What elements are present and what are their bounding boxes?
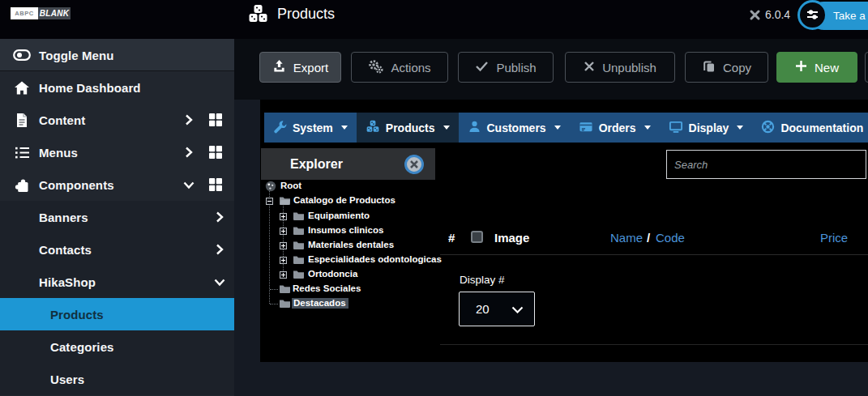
copy-icon	[702, 59, 716, 75]
toolbar: Export Actions Publish Unpublish Copy Ne…	[234, 39, 868, 100]
logo-abpc[interactable]: ABPC	[11, 7, 38, 19]
chevron-right-icon	[214, 233, 225, 266]
chevron-down-icon	[214, 266, 225, 298]
home-icon	[13, 71, 31, 104]
expand-plus-icon[interactable]	[280, 270, 287, 280]
copy-button[interactable]: Copy	[685, 52, 768, 83]
logo-blank[interactable]: BLANK	[38, 7, 71, 19]
products-cubes-icon	[247, 4, 269, 28]
folder-icon	[293, 211, 305, 223]
caret-down-icon	[554, 126, 561, 130]
sidebar-item-content[interactable]: Content	[0, 104, 234, 136]
caret-down-icon	[737, 126, 743, 130]
unpublish-button[interactable]: Unpublish	[565, 52, 675, 83]
hikashop-menubar: System Products Customers Orders	[264, 113, 868, 143]
display-count-label: Display #	[460, 274, 505, 286]
menu-documentation[interactable]: Documentation	[752, 113, 868, 143]
explorer-close-icon[interactable]	[404, 154, 425, 178]
menu-products[interactable]: Products	[357, 113, 459, 143]
joomla-icon	[749, 9, 761, 21]
monitor-icon	[669, 120, 683, 136]
export-button[interactable]: Export	[259, 52, 341, 83]
folder-icon	[279, 299, 291, 310]
select-all-checkbox[interactable]	[471, 231, 483, 243]
chevron-right-icon	[214, 201, 225, 233]
grid-icon[interactable]	[207, 168, 224, 201]
column-header-code[interactable]: Code	[656, 231, 685, 245]
gears-icon	[368, 59, 383, 76]
sidebar-item-components[interactable]: Components	[0, 168, 234, 201]
column-header-num[interactable]: #	[448, 231, 455, 245]
user-icon	[468, 120, 481, 136]
menu-customers[interactable]: Customers	[459, 113, 570, 143]
page-title: Products	[277, 6, 335, 23]
sliders-icon[interactable]	[797, 0, 827, 30]
cubes-icon	[366, 120, 380, 136]
caret-down-icon	[341, 126, 348, 130]
chevron-right-icon	[183, 136, 195, 168]
folder-icon	[293, 270, 305, 281]
column-header-name[interactable]: Name	[610, 231, 643, 245]
caret-down-icon	[443, 126, 450, 130]
column-header-image[interactable]: Image	[494, 231, 529, 245]
check-icon	[475, 60, 489, 75]
sidebar-item-toggle-menu[interactable]: Toggle Menu	[0, 39, 234, 71]
menu-system[interactable]: System	[264, 113, 357, 143]
search-input[interactable]	[666, 150, 866, 179]
sidebar-item-categories[interactable]: Categories	[0, 330, 234, 363]
x-icon	[584, 61, 595, 75]
toggle-menu-icon	[13, 39, 31, 71]
wrench-icon	[273, 120, 287, 136]
column-header-slash: /	[647, 231, 650, 245]
puzzle-icon	[13, 168, 31, 201]
sidebar-item-hikashop[interactable]: HikaShop	[0, 266, 234, 298]
sidebar-item-home-dashboard[interactable]: Home Dashboard	[0, 71, 234, 104]
tree-item-root[interactable]: Root	[260, 180, 503, 193]
chevron-right-icon	[183, 104, 195, 136]
card-icon	[579, 120, 593, 136]
column-header-price[interactable]: Price	[820, 231, 848, 245]
collapse-minus-icon[interactable]	[266, 197, 273, 207]
sidebar-item-contacts[interactable]: Contacts	[0, 233, 234, 266]
expand-plus-icon[interactable]	[280, 227, 287, 236]
explorer-header: Explorer	[261, 148, 435, 180]
menu-display[interactable]: Display	[660, 113, 753, 143]
divider	[440, 344, 868, 345]
upload-icon	[272, 59, 286, 75]
grid-icon[interactable]	[207, 104, 224, 136]
expand-plus-icon[interactable]	[280, 256, 287, 266]
expand-plus-icon[interactable]	[280, 241, 287, 251]
grid-icon[interactable]	[207, 136, 224, 168]
publish-button[interactable]: Publish	[458, 52, 554, 83]
sidebar: Toggle Menu Home Dashboard Content Menus	[0, 39, 234, 396]
hikashop-panel: System Products Customers Orders	[260, 100, 868, 362]
folder-icon	[293, 255, 305, 266]
divider	[440, 254, 868, 255]
menu-orders[interactable]: Orders	[570, 113, 660, 143]
chevron-down-icon	[183, 168, 195, 201]
open-folder-icon	[279, 196, 291, 207]
tree-item-materiales-dentales[interactable]: Materiales dentales	[260, 239, 503, 252]
tree-item-catalogo-de-productos[interactable]: Catalogo de Productos	[260, 194, 503, 207]
tree-item-insumos-clinicos[interactable]: Insumos clinicos	[260, 224, 503, 237]
clipped-button[interactable]	[865, 52, 868, 83]
plus-icon	[795, 60, 807, 75]
tree-item-equipamiento[interactable]: Equipamiento	[260, 210, 503, 223]
sidebar-item-banners[interactable]: Banners	[0, 201, 234, 233]
expand-plus-icon[interactable]	[280, 212, 287, 222]
caret-down-icon	[644, 126, 651, 130]
version-label: 6.0.4	[749, 8, 790, 21]
tree-item-especialidades-odontologicas[interactable]: Especialidades odontologicas	[260, 253, 503, 266]
display-count-select[interactable]: 20	[459, 292, 535, 326]
list-icon	[13, 136, 31, 168]
help-icon	[761, 120, 775, 136]
sidebar-item-users[interactable]: Users	[0, 363, 234, 395]
top-bar: ABPC BLANK Products 6.0.4 Take a T	[0, 0, 868, 39]
folder-icon	[293, 241, 305, 252]
new-button[interactable]: New	[776, 52, 857, 83]
sidebar-item-menus[interactable]: Menus	[0, 136, 234, 168]
folder-icon	[293, 226, 305, 237]
sidebar-item-products[interactable]: Products	[0, 298, 234, 330]
explorer-title: Explorer	[290, 148, 343, 180]
actions-button[interactable]: Actions	[351, 52, 448, 83]
